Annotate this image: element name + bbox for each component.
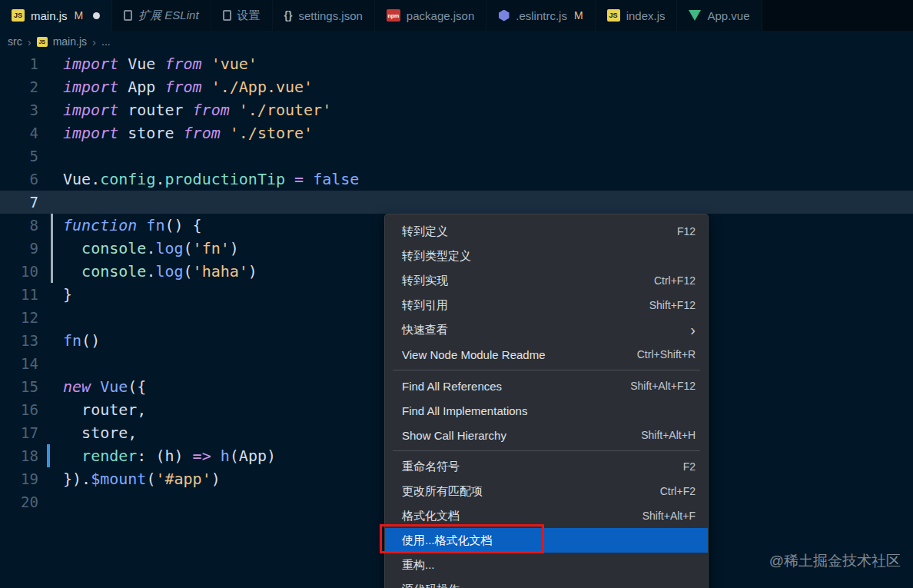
- submenu-arrow-icon: ›: [690, 322, 696, 337]
- code-token: false: [313, 170, 359, 188]
- code-token: from: [184, 124, 221, 142]
- tab-.eslintrc.js[interactable]: .eslintrc.jsM: [486, 0, 595, 31]
- code-token: console: [81, 262, 146, 281]
- menu-item-label: 转到类型定义: [402, 249, 471, 264]
- line-number: 8: [0, 217, 38, 234]
- menu-item[interactable]: 重构...: [385, 553, 708, 577]
- code-token: function: [63, 216, 137, 234]
- tab-label: 扩展 ESLint: [138, 8, 198, 23]
- vue-icon: [689, 10, 701, 21]
- code-text[interactable]: router,: [63, 400, 146, 419]
- code-token: App: [118, 78, 164, 96]
- breadcrumb-item[interactable]: ...: [101, 35, 111, 48]
- tab-main.js[interactable]: JSmain.jsM: [0, 0, 112, 31]
- code-token: .: [146, 262, 155, 281]
- code-token: ): [230, 239, 239, 257]
- code-token: ): [248, 262, 257, 281]
- code-token: render: [81, 447, 137, 465]
- tab-package.json[interactable]: npmpackage.json: [375, 0, 486, 31]
- menu-item-label: 转到实现: [402, 274, 448, 288]
- code-text[interactable]: Vue.config.productionTip = false: [63, 170, 359, 188]
- tab-settings.json[interactable]: {}settings.json: [273, 0, 375, 31]
- code-text[interactable]: console.log('haha'): [63, 262, 257, 281]
- line-number: 9: [0, 240, 38, 257]
- menu-item[interactable]: Find All Implementations: [385, 398, 708, 423]
- context-menu: 转到定义F12转到类型定义转到实现Ctrl+F12转到引用Shift+F12快速…: [384, 214, 709, 588]
- code-text[interactable]: console.log('fn'): [63, 239, 239, 257]
- code-text[interactable]: }: [63, 285, 72, 304]
- tab-bar: JSmain.jsM扩展 ESLint设置{}settings.jsonnpmp…: [0, 0, 913, 31]
- code-line: 2import App from './App.vue': [0, 75, 913, 98]
- menu-item[interactable]: 转到类型定义: [385, 244, 708, 268]
- code-token: h: [164, 447, 174, 465]
- line-number: 6: [0, 171, 38, 188]
- code-token: './router': [230, 101, 331, 119]
- code-text[interactable]: }).$mount('#app'): [63, 470, 221, 488]
- menu-item[interactable]: 重命名符号F2: [385, 454, 708, 479]
- code-token: './store': [221, 124, 313, 142]
- code-line: 5: [0, 145, 913, 168]
- line-number: 1: [0, 55, 38, 72]
- line-number: 20: [0, 493, 38, 510]
- code-token: (): [81, 331, 100, 350]
- tab-扩展 ESLint[interactable]: 扩展 ESLint: [112, 0, 211, 31]
- code-token: }: [63, 285, 72, 304]
- file-icon: [124, 10, 132, 21]
- tab-index.js[interactable]: JSindex.js: [596, 0, 678, 31]
- line-number: 4: [0, 125, 38, 141]
- code-token: store: [118, 124, 183, 142]
- menu-item[interactable]: 转到引用Shift+F12: [385, 293, 708, 317]
- code-text[interactable]: import App from './App.vue': [63, 78, 313, 96]
- code-line: 6Vue.config.productionTip = false: [0, 168, 913, 191]
- line-number: 12: [0, 309, 38, 326]
- menu-item-shortcut: Ctrl+F2: [660, 485, 696, 497]
- code-text[interactable]: import Vue from 'vue': [63, 55, 257, 73]
- menu-item-label: 快速查看: [402, 323, 448, 337]
- menu-item-shortcut: Shift+Alt+F: [642, 510, 696, 522]
- code-text[interactable]: import store from './store': [63, 124, 313, 142]
- menu-item-label: 转到引用: [402, 298, 448, 313]
- code-text[interactable]: import router from './router': [63, 101, 331, 119]
- code-text[interactable]: store,: [63, 424, 137, 442]
- menu-item-label: Show Call Hierarchy: [402, 429, 506, 442]
- menu-item-shortcut: Shift+Alt+F12: [630, 380, 696, 392]
- code-token: (: [230, 447, 239, 465]
- code-token: ,: [137, 400, 146, 419]
- code-line: 7: [0, 191, 913, 214]
- npm-icon: npm: [387, 9, 400, 22]
- breadcrumb-item[interactable]: src: [8, 35, 22, 48]
- menu-item-label: 转到定义: [402, 224, 448, 239]
- menu-item-shortcut: F12: [677, 225, 696, 238]
- tab-App.vue[interactable]: App.vue: [677, 0, 762, 31]
- code-text[interactable]: render: (h) => h(App): [63, 447, 276, 465]
- code-token: .: [146, 239, 155, 257]
- eslint-icon: [498, 10, 510, 22]
- menu-item-label: 重命名符号: [402, 460, 460, 474]
- code-token: router: [118, 101, 192, 119]
- menu-item[interactable]: Find All ReferencesShift+Alt+F12: [385, 374, 708, 398]
- code-text[interactable]: function fn() {: [63, 216, 202, 234]
- menu-item[interactable]: 使用...格式化文档: [385, 528, 708, 553]
- code-token: =: [285, 170, 313, 188]
- code-token: import: [63, 101, 118, 119]
- menu-item-shortcut: Ctrl+Shift+R: [637, 348, 696, 360]
- code-text[interactable]: fn(): [63, 331, 100, 350]
- breadcrumb-item[interactable]: main.js: [53, 35, 87, 48]
- code-text[interactable]: new Vue({: [63, 377, 146, 396]
- menu-item[interactable]: View Node Module ReadmeCtrl+Shift+R: [385, 342, 708, 367]
- menu-item[interactable]: 转到实现Ctrl+F12: [385, 268, 708, 293]
- code-token: [63, 424, 81, 442]
- menu-item[interactable]: 格式化文档Shift+Alt+F: [385, 503, 708, 528]
- menu-item[interactable]: 源代码操作...: [385, 577, 708, 588]
- tab-label: App.vue: [707, 9, 749, 22]
- code-token: productionTip: [164, 170, 285, 188]
- code-token: fn: [63, 331, 81, 350]
- menu-item[interactable]: 更改所有匹配项Ctrl+F2: [385, 479, 708, 503]
- line-number: 16: [0, 401, 38, 418]
- tab-设置[interactable]: 设置: [211, 0, 273, 31]
- menu-item[interactable]: 快速查看›: [385, 317, 708, 342]
- menu-item[interactable]: Show Call HierarchyShift+Alt+H: [385, 423, 708, 447]
- menu-item[interactable]: 转到定义F12: [385, 219, 708, 244]
- unsaved-dot-icon[interactable]: [93, 12, 100, 19]
- code-token: (: [184, 262, 193, 281]
